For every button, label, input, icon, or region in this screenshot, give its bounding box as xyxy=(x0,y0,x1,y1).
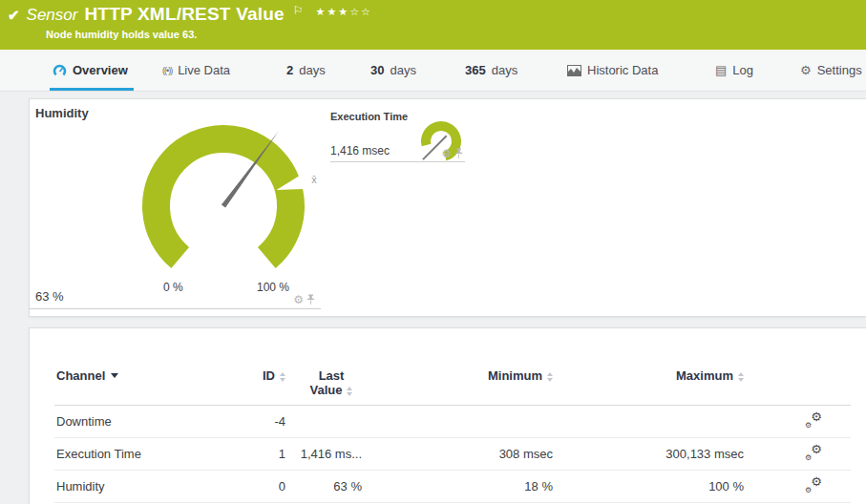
gear-icon: ⚙ xyxy=(805,454,812,462)
maximum-value: 300,133 msec xyxy=(560,447,751,461)
status-ok-check-icon: ✔ xyxy=(8,7,20,24)
average-marker-label: x̄ xyxy=(311,174,317,185)
gauge-max-label: 100 % xyxy=(257,281,289,294)
tab-bar: Overview ((•)) Live Data 2 days 30 days … xyxy=(0,50,866,92)
table-row-execution-time[interactable]: Execution Time 1 1,416 ms... 308 msec 30… xyxy=(54,438,851,471)
tab-overview[interactable]: Overview xyxy=(53,50,128,91)
sensor-status-message: Node humidity holds value 63. xyxy=(46,29,197,40)
gauge-toolbar: ⚙ xyxy=(441,148,463,159)
header-id[interactable]: ID xyxy=(217,368,293,383)
humidity-gauge-block: Humidity x̄ 0 % 100 % 63 % ⚙ xyxy=(30,99,321,309)
tab-label: days xyxy=(299,63,325,77)
channel-table-header: Channel ID Last Value Minimum Maximum xyxy=(54,368,851,406)
pin-icon[interactable] xyxy=(454,148,463,159)
table-row-downtime[interactable]: Downtime -4 ⚙ ⚙ xyxy=(54,406,851,438)
sensor-title-row: ✔ Sensor HTTP XML/REST Value ⚐ ★★★☆☆ xyxy=(8,4,372,25)
channel-name: Execution Time xyxy=(54,447,217,461)
channel-table-panel: Channel ID Last Value Minimum Maximum Do… xyxy=(29,327,866,504)
gear-icon: ⚙ xyxy=(811,475,822,488)
gauge-toolbar: ⚙ xyxy=(293,294,315,305)
sorted-desc-icon xyxy=(111,373,118,378)
gauge-settings-gear-icon[interactable]: ⚙ xyxy=(441,148,452,159)
header-label: Value xyxy=(310,383,343,397)
object-type-label: Sensor xyxy=(27,6,78,25)
tab-number: 365 xyxy=(465,63,486,77)
channel-name: Downtime xyxy=(54,414,217,429)
header-label: Maximum xyxy=(676,368,733,383)
channel-table: Channel ID Last Value Minimum Maximum Do… xyxy=(54,368,851,503)
sensor-status-bar: ✔ Sensor HTTP XML/REST Value ⚐ ★★★☆☆ Nod… xyxy=(0,0,866,50)
minimum-value: 308 msec xyxy=(370,447,560,461)
tab-label: Live Data xyxy=(178,63,230,77)
sort-icon xyxy=(738,372,744,382)
humidity-gauge: x̄ xyxy=(30,99,321,308)
last-value: 63 % xyxy=(293,479,370,494)
tab-label: days xyxy=(390,63,415,77)
execution-time-gauge-block: Execution Time 1,416 msec ⚙ xyxy=(330,109,465,162)
tab-label: Overview xyxy=(73,63,128,77)
gauge-current-value: 1,416 msec xyxy=(330,144,390,158)
header-minimum[interactable]: Minimum xyxy=(370,368,560,383)
tab-label: days xyxy=(492,63,517,77)
maximum-value: 100 % xyxy=(560,479,751,494)
live-data-icon: ((•)) xyxy=(162,66,172,75)
minimum-value: 18 % xyxy=(370,479,560,494)
priority-flag-icon[interactable]: ⚐ xyxy=(293,4,304,17)
header-label: Channel xyxy=(56,368,105,383)
priority-stars-rating[interactable]: ★★★☆☆ xyxy=(316,6,372,18)
gear-icon: ⚙ xyxy=(805,422,812,430)
tab-30-days[interactable]: 30 days xyxy=(370,50,416,91)
tab-historic-data[interactable]: Historic Data xyxy=(567,50,658,91)
channel-id: 0 xyxy=(217,479,293,494)
channel-id: -4 xyxy=(217,414,293,429)
channel-settings-gears-icon[interactable]: ⚙ ⚙ xyxy=(805,412,822,428)
tab-number: 2 xyxy=(286,63,293,77)
last-value: 1,416 ms... xyxy=(293,447,370,461)
sort-icon xyxy=(347,387,352,396)
header-label: Last xyxy=(293,368,370,383)
tab-log[interactable]: ▤ Log xyxy=(715,50,753,91)
gauge-icon xyxy=(53,64,67,77)
header-maximum[interactable]: Maximum xyxy=(560,368,751,383)
gear-icon: ⚙ xyxy=(811,443,822,455)
sort-icon xyxy=(280,372,285,382)
channel-settings-gears-icon[interactable]: ⚙ ⚙ xyxy=(805,445,822,460)
channel-name: Humidity xyxy=(54,479,217,494)
gear-icon: ⚙ xyxy=(805,487,812,494)
gear-icon: ⚙ xyxy=(811,410,822,423)
header-label: Minimum xyxy=(488,368,542,383)
overview-gauges-panel: Humidity x̄ 0 % 100 % 63 % ⚙ Execution T… xyxy=(29,98,866,317)
tab-label: Settings xyxy=(817,63,862,77)
channel-settings-gears-icon[interactable]: ⚙ ⚙ xyxy=(805,477,822,493)
tab-365-days[interactable]: 365 days xyxy=(465,50,517,91)
tab-live-data[interactable]: ((•)) Live Data xyxy=(162,50,230,91)
tab-label: Log xyxy=(732,63,753,77)
tab-2-days[interactable]: 2 days xyxy=(286,50,326,91)
header-label: ID xyxy=(263,368,275,383)
sensor-name: HTTP XML/REST Value xyxy=(84,4,284,25)
tab-settings[interactable]: ⚙ Settings xyxy=(800,50,862,91)
tab-number: 30 xyxy=(370,63,384,77)
tab-label: Historic Data xyxy=(587,63,658,77)
table-row-humidity[interactable]: Humidity 0 63 % 18 % 100 % ⚙ ⚙ xyxy=(54,471,851,503)
gauge-min-label: 0 % xyxy=(163,281,183,294)
gauge-settings-gear-icon[interactable]: ⚙ xyxy=(293,294,304,305)
header-channel[interactable]: Channel xyxy=(54,368,217,383)
channel-id: 1 xyxy=(217,447,293,461)
sort-icon xyxy=(547,372,553,382)
gauge-current-value: 63 % xyxy=(35,289,64,304)
area-chart-icon xyxy=(567,65,581,76)
header-last-value[interactable]: Last Value xyxy=(293,368,370,397)
pin-icon[interactable] xyxy=(306,294,315,305)
gauge-arc xyxy=(157,138,291,258)
log-icon: ▤ xyxy=(715,64,727,76)
gear-icon: ⚙ xyxy=(800,64,812,76)
